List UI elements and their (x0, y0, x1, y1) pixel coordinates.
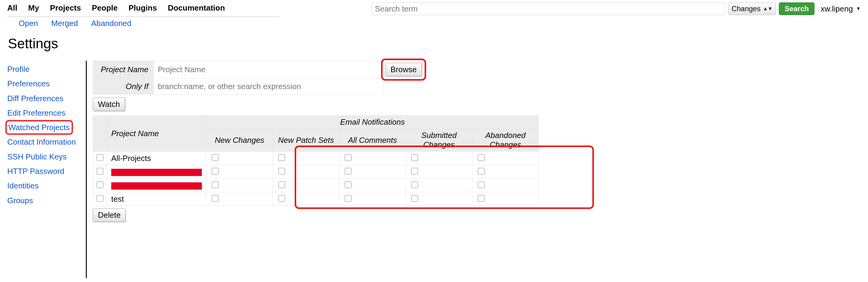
table-row (93, 165, 539, 179)
notify-new-changes-checkbox[interactable] (212, 168, 218, 175)
nav-my[interactable]: My (28, 3, 39, 13)
sidebar-item-ssh-public-keys[interactable]: SSH Public Keys (5, 149, 84, 164)
sidebar-item-preferences[interactable]: Preferences (5, 76, 84, 91)
watch-form: Project Name Browse Only If (93, 61, 424, 95)
sidebar-item-groups[interactable]: Groups (5, 193, 84, 208)
search-button[interactable]: Search (779, 2, 814, 15)
notify-new-patch-sets-checkbox[interactable] (278, 154, 285, 161)
table-row (93, 179, 539, 192)
project-name-input[interactable] (154, 62, 383, 78)
table-row: All-Projects (93, 151, 539, 165)
notify-new-patch-sets-checkbox[interactable] (278, 181, 285, 188)
project-name-label: Project Name (93, 61, 154, 78)
settings-sidebar: Profile Preferences Diff Preferences Edi… (4, 61, 84, 278)
notify-all-comments-checkbox[interactable] (345, 168, 351, 175)
table-row: test (93, 192, 539, 206)
notify-new-patch-sets-checkbox[interactable] (278, 168, 285, 175)
sidebar-item-diff-preferences[interactable]: Diff Preferences (5, 91, 84, 106)
notify-all-comments-checkbox[interactable] (345, 195, 351, 202)
nav-plugins[interactable]: Plugins (128, 3, 157, 13)
notify-new-changes-checkbox[interactable] (212, 195, 218, 202)
vertical-divider (86, 61, 87, 278)
col-new-changes: New Changes (207, 129, 273, 151)
search-scope-label: Changes (732, 4, 761, 13)
only-if-label: Only If (93, 78, 154, 95)
notify-submitted-changes-checkbox[interactable] (411, 195, 418, 202)
sidebar-item-profile[interactable]: Profile (5, 62, 84, 76)
nav-documentation[interactable]: Documentation (168, 3, 225, 13)
sidebar-item-http-password[interactable]: HTTP Password (5, 164, 84, 178)
col-project-name: Project Name (107, 116, 207, 151)
col-submitted-changes: Submitted Changes (406, 129, 472, 151)
redacted-text (111, 169, 202, 176)
subnav-abandoned[interactable]: Abandoned (91, 19, 131, 28)
watched-projects-table: Project Name Email Notifications New Cha… (93, 115, 539, 206)
project-cell (107, 179, 207, 192)
only-if-input[interactable] (154, 78, 383, 94)
footer: Powered by Gerrit Code Review (2.13.5) |… (0, 278, 868, 282)
sidebar-item-watched-projects[interactable]: Watched Projects (5, 120, 73, 135)
redacted-text (111, 182, 202, 189)
col-new-patch-sets: New Patch Sets (273, 129, 339, 151)
subnav-open[interactable]: Open (19, 19, 38, 28)
notify-submitted-changes-checkbox[interactable] (411, 181, 418, 188)
sidebar-item-edit-preferences[interactable]: Edit Preferences (5, 106, 84, 120)
notify-new-patch-sets-checkbox[interactable] (278, 195, 285, 202)
top-nav: All My Projects People Plugins Documenta… (7, 3, 225, 14)
notify-submitted-changes-checkbox[interactable] (411, 154, 418, 161)
row-select-checkbox[interactable] (97, 168, 103, 175)
sub-nav: Open Merged Abandoned (19, 19, 279, 28)
notify-submitted-changes-checkbox[interactable] (411, 168, 418, 175)
browse-button[interactable]: Browse (385, 63, 422, 76)
chevron-updown-icon: ▲▼ (763, 6, 773, 11)
subnav-merged[interactable]: Merged (51, 19, 78, 28)
project-cell: test (107, 192, 207, 206)
nav-people[interactable]: People (92, 3, 118, 13)
notify-new-changes-checkbox[interactable] (212, 181, 218, 188)
notify-abandoned-changes-checkbox[interactable] (478, 195, 485, 202)
search-input[interactable] (371, 2, 725, 15)
user-name: xw.lipeng (820, 4, 853, 13)
user-menu[interactable]: xw.lipeng ▼ (820, 4, 861, 13)
row-select-checkbox[interactable] (97, 154, 103, 161)
notify-new-changes-checkbox[interactable] (212, 154, 218, 161)
notify-abandoned-changes-checkbox[interactable] (478, 154, 485, 161)
sidebar-item-contact-information[interactable]: Contact Information (5, 135, 84, 149)
notify-abandoned-changes-checkbox[interactable] (478, 181, 485, 188)
col-all-comments: All Comments (339, 129, 406, 151)
project-cell (107, 165, 207, 179)
col-abandoned-changes: Abandoned Changes (472, 129, 539, 151)
notify-all-comments-checkbox[interactable] (345, 154, 351, 161)
page-title: Settings (8, 35, 868, 51)
chevron-down-icon: ▼ (856, 6, 861, 11)
nav-all[interactable]: All (7, 3, 17, 13)
sidebar-item-identities[interactable]: Identities (5, 178, 84, 193)
watch-button[interactable]: Watch (93, 98, 125, 111)
nav-projects[interactable]: Projects (50, 3, 81, 13)
search-scope-select[interactable]: Changes ▲▼ (728, 2, 776, 15)
row-select-checkbox[interactable] (97, 181, 103, 188)
project-cell: All-Projects (107, 151, 207, 165)
row-select-checkbox[interactable] (97, 195, 103, 202)
notify-abandoned-changes-checkbox[interactable] (478, 168, 485, 175)
notify-all-comments-checkbox[interactable] (345, 181, 351, 188)
delete-button[interactable]: Delete (93, 208, 126, 222)
col-email-notifications: Email Notifications (207, 116, 539, 129)
